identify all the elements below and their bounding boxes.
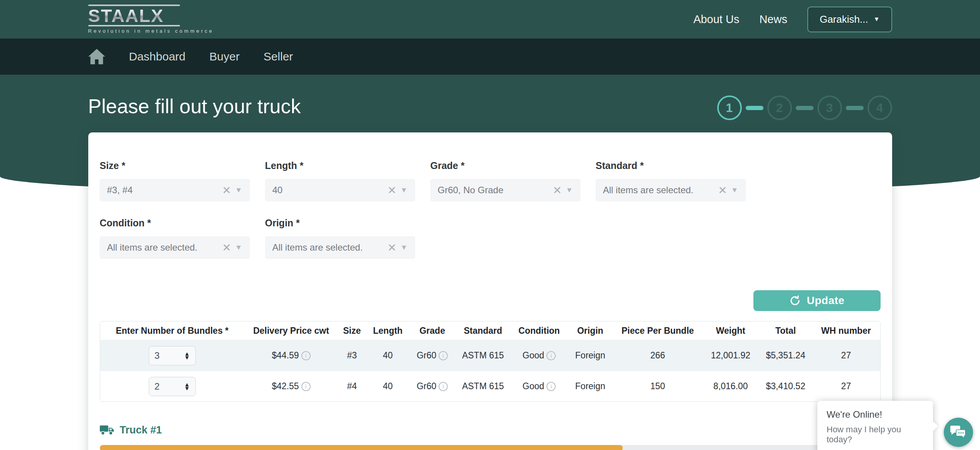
condition-cell: Good [523, 350, 544, 361]
truck-progress-fill [100, 445, 623, 450]
standard-multiselect[interactable]: All items are selected. ✕ ▼ [596, 179, 746, 201]
length-multiselect[interactable]: 40 ✕ ▼ [265, 179, 415, 201]
origin-cell: Foreign [567, 340, 613, 371]
step-2[interactable]: 2 [767, 95, 792, 120]
about-us-link[interactable]: About Us [693, 13, 739, 26]
clear-icon[interactable]: ✕ [387, 184, 396, 197]
step-1[interactable]: 1 [717, 95, 742, 120]
chevron-down-icon[interactable]: ▼ [731, 186, 738, 194]
length-cell: 40 [366, 371, 410, 401]
clear-icon[interactable]: ✕ [387, 241, 396, 254]
chevron-down-icon[interactable]: ▼ [566, 186, 573, 194]
bundles-table: Enter Number of Bundles * Delivery Price… [100, 321, 881, 402]
grade-label: Grade * [430, 160, 580, 171]
logo-tagline: Revolution in metals commerce [88, 28, 214, 34]
staalx-logo[interactable]: STAALX Revolution in metals commerce [88, 5, 214, 34]
spinner-arrows-icon[interactable]: ▲▼ [184, 352, 190, 359]
chevron-down-icon[interactable]: ▼ [235, 243, 242, 252]
col-origin: Origin [567, 321, 613, 340]
chevron-down-icon[interactable]: ▼ [400, 243, 408, 252]
info-icon[interactable]: i [439, 351, 448, 360]
weight-cell: 12,001.92 [702, 340, 759, 371]
info-icon[interactable]: i [301, 351, 311, 360]
grade-cell: Gr60 [417, 350, 436, 361]
truck-toggle[interactable]: Truck #1 [100, 424, 162, 436]
truck-form-card: Size * #3, #4 ✕ ▼ Length * 40 ✕ ▼ Grade … [88, 132, 892, 450]
info-icon[interactable]: i [301, 382, 311, 391]
grade-cell: Gr60 [417, 381, 436, 391]
size-cell: #4 [338, 371, 366, 401]
origin-multiselect[interactable]: All items are selected. ✕ ▼ [265, 236, 415, 259]
table-header-row: Enter Number of Bundles * Delivery Price… [100, 321, 880, 340]
chat-popup-pointer [927, 421, 938, 432]
news-link[interactable]: News [759, 13, 787, 26]
bundles-input[interactable] [155, 350, 174, 361]
info-icon[interactable]: i [439, 382, 448, 391]
length-cell: 40 [366, 340, 410, 371]
standard-label: Standard * [596, 160, 746, 171]
truck-progress-bar [100, 445, 881, 450]
bundles-stepper[interactable]: ▲▼ [149, 377, 196, 396]
nav-item-seller[interactable]: Seller [264, 50, 293, 63]
step-4[interactable]: 4 [867, 95, 892, 120]
chevron-down-icon: ▼ [874, 16, 880, 23]
standard-cell: ASTM 615 [455, 340, 511, 371]
update-button-label: Update [807, 294, 845, 307]
user-menu-button[interactable]: Garakish... ▼ [807, 7, 892, 32]
col-length: Length [366, 321, 410, 340]
col-delivery-price: Delivery Price cwt [244, 321, 338, 340]
page-title: Please fill out your truck [88, 95, 301, 118]
user-menu-label: Garakish... [820, 13, 868, 25]
grade-multiselect[interactable]: Gr60, No Grade ✕ ▼ [430, 179, 580, 201]
size-cell: #3 [338, 340, 366, 371]
spinner-arrows-icon[interactable]: ▲▼ [184, 383, 190, 390]
total-cell: $3,410.52 [759, 371, 812, 401]
total-cell: $5,351.24 [759, 340, 812, 371]
step-3[interactable]: 3 [817, 95, 842, 120]
filter-grade: Grade * Gr60, No Grade ✕ ▼ [430, 160, 580, 201]
col-condition: Condition [511, 321, 567, 340]
bundles-stepper[interactable]: ▲▼ [149, 346, 196, 365]
col-size: Size [338, 321, 366, 340]
filter-condition: Condition * All items are selected. ✕ ▼ [100, 217, 250, 259]
filter-size: Size * #3, #4 ✕ ▼ [100, 160, 250, 201]
clear-icon[interactable]: ✕ [718, 184, 727, 197]
col-bundles: Enter Number of Bundles * [100, 321, 244, 340]
bundles-input[interactable] [155, 381, 174, 392]
piece-per-bundle-cell: 266 [613, 340, 702, 371]
logo-bottom-bar [88, 25, 180, 27]
step-connector [746, 106, 763, 110]
condition-multiselect[interactable]: All items are selected. ✕ ▼ [100, 236, 250, 259]
step-connector [846, 106, 864, 110]
clear-icon[interactable]: ✕ [222, 241, 231, 254]
col-piece-per-bundle: Piece Per Bundle [613, 321, 702, 340]
chat-launcher-button[interactable] [944, 418, 973, 447]
origin-label: Origin * [265, 217, 415, 229]
origin-cell: Foreign [567, 371, 613, 401]
condition-value: All items are selected. [107, 242, 222, 253]
clear-icon[interactable]: ✕ [553, 184, 561, 197]
chat-popup[interactable]: We're Online! How may I help you today? [817, 401, 933, 450]
update-button[interactable]: Update [753, 290, 881, 311]
col-grade: Grade [410, 321, 455, 340]
delivery-price: $44.59 [272, 350, 299, 361]
chat-bubbles-icon [950, 425, 967, 440]
home-icon[interactable] [88, 49, 105, 64]
nav-item-dashboard[interactable]: Dashboard [129, 50, 186, 63]
step-connector [796, 106, 814, 110]
info-icon[interactable]: i [546, 382, 556, 391]
chevron-down-icon[interactable]: ▼ [400, 186, 408, 194]
clear-icon[interactable]: ✕ [222, 184, 231, 197]
chevron-down-icon[interactable]: ▼ [235, 186, 242, 194]
nav-item-buyer[interactable]: Buyer [209, 50, 239, 63]
size-multiselect[interactable]: #3, #4 ✕ ▼ [100, 179, 250, 201]
chat-greeting-text: How may I help you today? [827, 425, 924, 445]
standard-cell: ASTM 615 [455, 371, 511, 401]
wizard-stepper: 1 2 3 4 [717, 95, 892, 120]
info-icon[interactable]: i [546, 351, 556, 360]
filter-length: Length * 40 ✕ ▼ [265, 160, 415, 201]
table-row: ▲▼ $42.55i #4 40 Gr60i ASTM 615 Goodi Fo… [100, 371, 880, 401]
weight-cell: 8,016.00 [702, 371, 759, 401]
logo-wordmark: STAALX [88, 6, 214, 25]
table-row: ▲▼ $44.59i #3 40 Gr60i ASTM 615 Goodi Fo… [100, 340, 880, 371]
